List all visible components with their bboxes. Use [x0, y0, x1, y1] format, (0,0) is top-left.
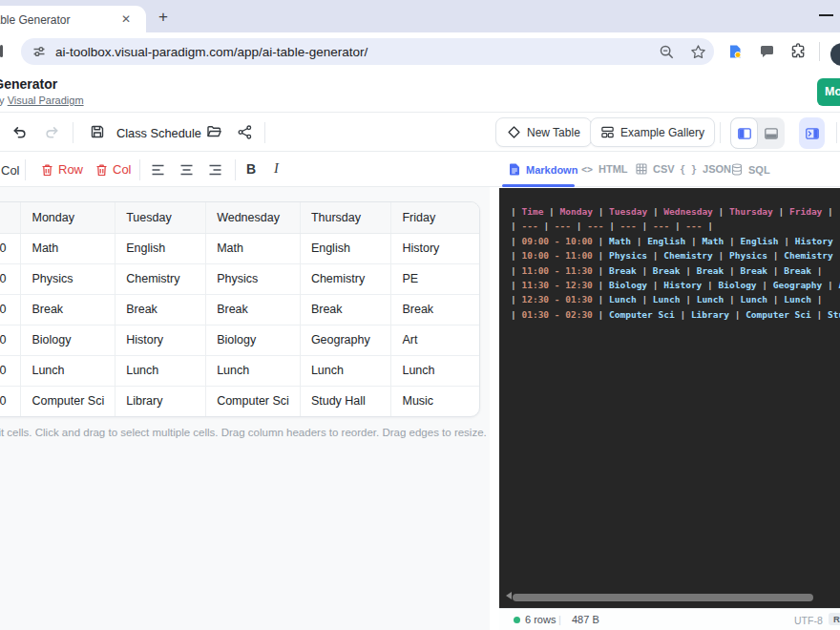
- format-badge[interactable]: RAW: [829, 613, 840, 625]
- time-cell[interactable]: 12:30 - 01:30: [0, 355, 21, 386]
- table-cell[interactable]: Math: [21, 233, 116, 263]
- chat-bubble-icon[interactable]: [760, 45, 774, 58]
- divider: [25, 159, 26, 180]
- visual-paradigm-link[interactable]: Visual Paradigm: [8, 94, 84, 106]
- delete-col-button[interactable]: Col: [95, 162, 132, 177]
- redo-icon[interactable]: [44, 124, 60, 140]
- table-cell[interactable]: English: [116, 233, 206, 263]
- split-vertical-button[interactable]: [730, 117, 758, 149]
- site-settings-icon[interactable]: [32, 45, 46, 58]
- bookmark-star-icon[interactable]: [690, 44, 706, 60]
- tab-close-icon[interactable]: ✕: [119, 12, 133, 26]
- table-row: 09:00 - 10:00MathEnglishMathEnglishHisto…: [0, 233, 479, 263]
- italic-button[interactable]: I: [274, 160, 279, 177]
- app-byline: by Visual Paradigm: [0, 94, 84, 106]
- new-table-button[interactable]: New Table: [495, 117, 592, 147]
- table-row: 11:30 - 12:30BiologyHistoryBiologyGeogra…: [0, 325, 479, 355]
- undo-icon[interactable]: [11, 124, 28, 140]
- table-cell[interactable]: Break: [206, 294, 301, 325]
- table-row: 12:30 - 01:30LunchLunchLunchLunchLunch: [0, 355, 479, 386]
- time-cell[interactable]: 01:30 - 02:30: [0, 386, 21, 416]
- active-tab-underline: [502, 184, 575, 187]
- time-cell[interactable]: 11:30 - 12:30: [0, 325, 21, 355]
- table-cell[interactable]: Biology: [206, 325, 301, 355]
- browser-tab[interactable]: AI Table Generator ✕: [0, 6, 146, 32]
- column-header[interactable]: Tuesday: [116, 202, 206, 233]
- new-tab-button[interactable]: +: [154, 8, 173, 27]
- example-gallery-button[interactable]: Example Gallery: [590, 117, 715, 147]
- tab-html[interactable]: <> HTML: [581, 163, 628, 175]
- column-header[interactable]: Time: [0, 202, 21, 233]
- time-cell[interactable]: 09:00 - 10:00: [0, 233, 21, 263]
- more-tools-button[interactable]: More Tools: [817, 78, 840, 106]
- table-cell[interactable]: Lunch: [21, 355, 116, 386]
- table-cell[interactable]: Chemistry: [300, 263, 391, 294]
- align-right-icon[interactable]: [208, 163, 222, 177]
- table-cell[interactable]: Geography: [300, 325, 391, 355]
- column-header[interactable]: Monday: [21, 202, 116, 233]
- divider: [235, 159, 236, 180]
- extensions-puzzle-icon[interactable]: [790, 43, 807, 59]
- insert-col-button[interactable]: Col: [1, 163, 20, 178]
- divider: |: [558, 614, 561, 625]
- scrollbar-left-arrow[interactable]: [502, 592, 512, 599]
- table-cell[interactable]: Math: [206, 233, 301, 263]
- table-cell[interactable]: History: [116, 325, 206, 355]
- table-cell[interactable]: Chemistry: [116, 263, 206, 294]
- table-cell[interactable]: Lunch: [206, 355, 301, 386]
- delete-row-button[interactable]: Row: [41, 162, 83, 177]
- table-cell[interactable]: Break: [21, 294, 116, 325]
- table-cell[interactable]: Break: [116, 294, 206, 325]
- table-row: 10:00 - 11:00PhysicsChemistryPhysicsChem…: [0, 263, 479, 294]
- url-text[interactable]: ai-toolbox.visual-paradigm.com/app/ai-ta…: [55, 45, 368, 59]
- column-header[interactable]: Friday: [391, 202, 479, 233]
- split-horizontal-button[interactable]: [758, 117, 785, 149]
- google-lens-icon[interactable]: [727, 44, 743, 59]
- table-cell[interactable]: Physics: [21, 263, 116, 294]
- horizontal-scrollbar[interactable]: [513, 594, 813, 601]
- table-cell[interactable]: Computer Sci: [206, 386, 301, 416]
- table-cell[interactable]: Art: [391, 325, 479, 355]
- table-cell[interactable]: English: [300, 233, 391, 263]
- table-cell[interactable]: Lunch: [300, 355, 391, 386]
- gallery-grid-icon: [600, 125, 615, 139]
- tab-sql[interactable]: SQL: [731, 163, 770, 176]
- code-preview-panel: | Time | Monday | Tuesday | Wednesday | …: [499, 188, 840, 608]
- column-header[interactable]: Thursday: [300, 202, 391, 233]
- table-cell[interactable]: Biology: [21, 325, 116, 355]
- table-cell[interactable]: Library: [116, 386, 206, 416]
- window-minimize-button[interactable]: [819, 14, 833, 16]
- align-left-icon[interactable]: [151, 163, 165, 177]
- divider: [720, 122, 721, 143]
- share-icon[interactable]: [238, 125, 252, 139]
- column-header[interactable]: Wednesday: [206, 202, 301, 233]
- table-cell[interactable]: Break: [391, 294, 479, 325]
- save-icon[interactable]: [90, 124, 105, 139]
- profile-avatar[interactable]: [830, 43, 840, 66]
- table-cell[interactable]: Break: [300, 294, 391, 325]
- open-folder-icon[interactable]: [206, 124, 222, 139]
- time-cell[interactable]: 10:00 - 11:00: [0, 263, 21, 294]
- bold-button[interactable]: B: [246, 161, 256, 177]
- table-cell[interactable]: History: [391, 233, 479, 263]
- code-icon: <>: [581, 164, 593, 175]
- align-center-icon[interactable]: [179, 163, 194, 177]
- time-cell[interactable]: 11:00 - 11:30: [0, 294, 21, 325]
- document-name[interactable]: Class Schedule: [116, 126, 201, 140]
- reload-icon[interactable]: [0, 45, 3, 57]
- divider: [139, 159, 140, 180]
- table-cell[interactable]: Lunch: [116, 355, 206, 386]
- zoom-out-icon[interactable]: [659, 44, 675, 60]
- table-cell[interactable]: Computer Sci: [21, 386, 116, 416]
- tab-csv[interactable]: CSV: [636, 163, 675, 175]
- byte-size: 487 B: [572, 614, 599, 625]
- toggle-right-panel-button[interactable]: [799, 117, 825, 149]
- table-cell[interactable]: Music: [391, 386, 479, 416]
- table-cell[interactable]: Lunch: [391, 355, 479, 386]
- table-cell[interactable]: Physics: [206, 263, 301, 294]
- table-cell[interactable]: PE: [391, 263, 479, 294]
- tab-json[interactable]: { } JSON: [680, 163, 731, 175]
- url-omnibox[interactable]: ai-toolbox.visual-paradigm.com/app/ai-ta…: [21, 38, 714, 65]
- table-cell[interactable]: Study Hall: [300, 386, 391, 416]
- tab-markdown[interactable]: Markdown: [509, 163, 578, 176]
